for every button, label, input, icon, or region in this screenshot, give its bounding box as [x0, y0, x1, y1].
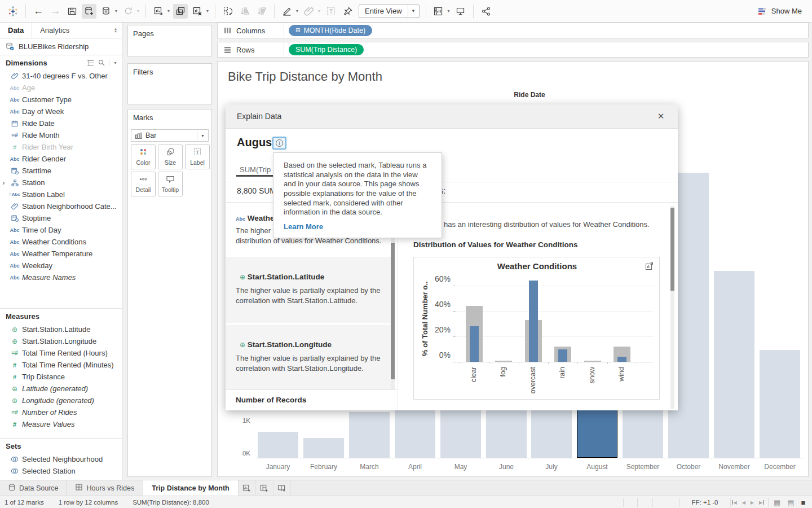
highlight-caret[interactable]: ▼	[294, 9, 300, 13]
dist-bar-selected-clear[interactable]	[470, 326, 479, 362]
format-annotations-caret[interactable]: ▼	[316, 9, 322, 13]
highlight-button[interactable]	[280, 4, 294, 19]
field-row[interactable]: › Abc Time of Day	[0, 224, 122, 236]
save-button[interactable]	[65, 4, 80, 19]
field-row[interactable]: › Selected Neighbourhood	[0, 453, 122, 465]
sort-ascending-button[interactable]	[237, 4, 252, 19]
field-row[interactable]: › Abc Day of Week	[0, 106, 122, 117]
field-row[interactable]: › # Total Time Rented (Minutes)	[0, 359, 122, 371]
field-row[interactable]: › ⊕ Longitude (generated)	[0, 395, 122, 406]
datasource-row[interactable]: BLUEBikes Ridership	[0, 38, 122, 55]
right-scrollbar-thumb[interactable]	[670, 208, 674, 291]
field-row[interactable]: › Abc Rider Gender	[0, 153, 122, 165]
close-icon[interactable]: ✕	[655, 111, 667, 121]
field-row[interactable]: › Abc Customer Type	[0, 94, 122, 106]
clear-sheet-button[interactable]	[190, 4, 205, 19]
learn-more-link[interactable]: Learn More	[284, 222, 431, 231]
text-box-button[interactable]: T	[324, 4, 338, 19]
explanation-longitude[interactable]: ⊕ Start.Station.Longitude The higher val…	[226, 325, 391, 389]
sheet-tab[interactable]: Trip Distance by Month	[143, 480, 239, 496]
show-tabs-icon[interactable]: ▦	[774, 498, 780, 507]
field-row[interactable]: › Abc Weekday	[0, 260, 122, 271]
marks-button[interactable]: Detail	[131, 172, 156, 196]
sheet-tab[interactable]: Hours vs Rides	[67, 480, 143, 496]
dist-bar-selected-wind[interactable]	[617, 357, 626, 362]
marks-button[interactable]: Color	[131, 144, 156, 169]
format-annotations-button[interactable]	[302, 4, 316, 19]
sort-descending-button[interactable]	[254, 4, 269, 19]
field-row[interactable]: › Ride Date	[0, 117, 122, 129]
field-row[interactable]: › Station	[0, 177, 122, 189]
field-row[interactable]: › ⊕ Start.Station.Latitude	[0, 323, 122, 335]
dialog-header[interactable]: Explain Data ✕	[226, 104, 678, 129]
field-row[interactable]: › Selected Station	[0, 465, 122, 477]
columns-pill[interactable]: ⊞ MONTH(Ride Date)	[289, 25, 372, 36]
pages-shelf[interactable]: Pages	[127, 25, 212, 56]
next-sheet-icon[interactable]: ▶	[751, 500, 754, 505]
show-filmstrip-icon[interactable]: ▤	[787, 498, 794, 507]
clear-sheet-caret[interactable]: ▼	[205, 9, 210, 13]
info-icon[interactable]: i	[272, 137, 286, 150]
field-row[interactable]: › =# Ride Month	[0, 129, 122, 141]
dist-bar-all-fog[interactable]	[495, 361, 512, 362]
pause-auto-updates-caret[interactable]: ▼	[113, 9, 119, 13]
field-row[interactable]: › Abc Measure Names	[0, 271, 122, 283]
bar-february[interactable]	[303, 438, 344, 458]
first-sheet-icon[interactable]: ◀	[732, 500, 737, 505]
pause-auto-updates-button[interactable]	[99, 4, 113, 19]
dist-bar-selected-rain[interactable]	[558, 349, 567, 362]
rows-pill[interactable]: SUM(Trip Distance)	[289, 44, 364, 55]
new-worksheet-caret[interactable]: ▼	[166, 9, 171, 13]
field-row[interactable]: › Abc Weather Conditions	[0, 236, 122, 248]
expander-icon[interactable]: ›	[0, 179, 7, 186]
show-sheet-sorter-icon[interactable]: ■	[801, 498, 806, 507]
field-row[interactable]: › Stoptime	[0, 212, 122, 224]
marks-button[interactable]: T Label	[185, 144, 210, 169]
rows-shelf[interactable]: Rows SUM(Trip Distance)	[217, 42, 809, 58]
field-row[interactable]: › # Trip Distance	[0, 371, 122, 383]
find-field-icon[interactable]	[98, 59, 105, 66]
share-button[interactable]	[479, 4, 493, 19]
previous-sheet-icon[interactable]: ◀	[742, 500, 745, 505]
show-hide-cards-caret[interactable]: ▼	[446, 9, 452, 13]
fix-axes-pin-button[interactable]	[341, 4, 355, 19]
left-scrollbar-thumb[interactable]	[391, 243, 395, 379]
field-row[interactable]: › Starttime	[0, 165, 122, 177]
refresh-button[interactable]	[121, 4, 135, 19]
marks-button[interactable]: Tooltip	[158, 172, 183, 196]
expand-date-icon[interactable]: ⊞	[295, 28, 300, 33]
field-row[interactable]: › 31-40 degrees F vs. Other	[0, 70, 122, 82]
dist-bar-selected-overcast[interactable]	[529, 281, 538, 362]
fit-selector[interactable]: Entire View ▼	[359, 5, 420, 18]
field-row[interactable]: › =# Number of Rides	[0, 406, 122, 418]
new-story-tab-button[interactable]	[273, 480, 291, 496]
show-me-button[interactable]: Show Me	[758, 7, 802, 15]
field-row[interactable]: › Station Neighborhood Cate...	[0, 200, 122, 212]
field-row[interactable]: › # Measure Values	[0, 418, 122, 430]
field-row[interactable]: › ⊕ Start.Station.Longitude	[0, 335, 122, 347]
field-row[interactable]: › =# Total Time Rented (Hours)	[0, 347, 122, 359]
bar-november[interactable]	[714, 271, 754, 458]
field-row[interactable]: › Abc Age	[0, 82, 122, 94]
right-scrollbar-track[interactable]	[670, 206, 674, 409]
explanation-tab[interactable]: SUM(Trip	[240, 165, 271, 174]
presentation-mode-button[interactable]	[453, 4, 468, 19]
field-row[interactable]: › =Abc Station Label	[0, 189, 122, 200]
new-worksheet-button[interactable]	[151, 4, 166, 19]
filters-shelf[interactable]: Filters	[127, 63, 212, 104]
field-row[interactable]: › Abc Weather Temperature	[0, 248, 122, 260]
columns-shelf[interactable]: Columns ⊞ MONTH(Ride Date)	[217, 23, 809, 38]
last-sheet-icon[interactable]: ▶	[759, 500, 764, 505]
field-row[interactable]: › # Rider Birth Year	[0, 141, 122, 153]
pane-resize-icon[interactable]: ▲▼	[109, 23, 122, 38]
explanation-records[interactable]: Number of Records	[226, 390, 391, 410]
new-dashboard-tab-button[interactable]	[256, 480, 273, 496]
fit-selector-caret[interactable]: ▼	[408, 5, 419, 17]
mark-type-selector[interactable]: Bar ▼	[131, 129, 209, 142]
redo-button[interactable]: →	[48, 4, 63, 19]
tab-data[interactable]: Data	[0, 23, 32, 38]
marks-button[interactable]: Size	[158, 144, 183, 169]
bar-december[interactable]	[760, 350, 800, 458]
undo-button[interactable]: ←	[31, 4, 46, 19]
sheet-tab[interactable]: Data Source	[0, 480, 67, 496]
